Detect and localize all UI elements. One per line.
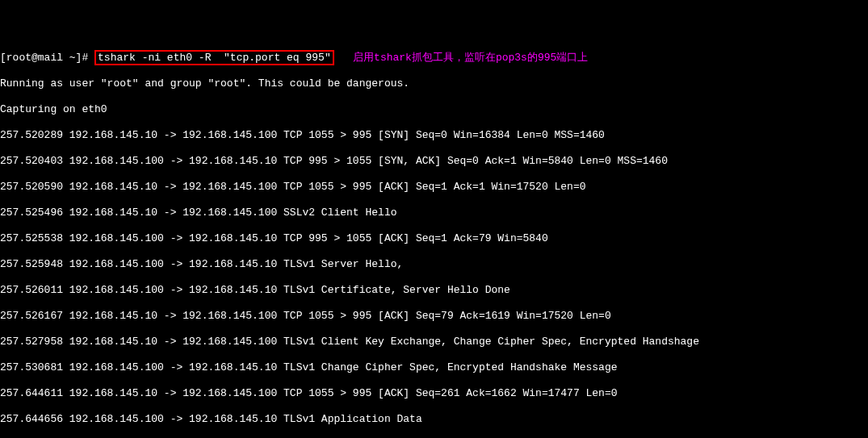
prompt-text: [root@mail ~]# bbox=[0, 52, 94, 64]
output-line: 257.644611 192.168.145.10 -> 192.168.145… bbox=[0, 387, 868, 400]
command-annotation: 启用tshark抓包工具，监听在pop3s的995端口上 bbox=[334, 52, 589, 64]
output-line: 257.520403 192.168.145.100 -> 192.168.14… bbox=[0, 155, 868, 168]
output-line: 257.644656 192.168.145.100 -> 192.168.14… bbox=[0, 413, 868, 426]
prompt-line: [root@mail ~]# tshark -ni eth0 -R "tcp.p… bbox=[0, 52, 868, 65]
output-line: Running as user "root" and group "root".… bbox=[0, 77, 868, 90]
command-highlight: tshark -ni eth0 -R "tcp.port eq 995" bbox=[94, 50, 334, 65]
output-line: 257.527958 192.168.145.10 -> 192.168.145… bbox=[0, 336, 868, 348]
output-line: 257.520590 192.168.145.10 -> 192.168.145… bbox=[0, 181, 868, 194]
output-line: 257.525496 192.168.145.10 -> 192.168.145… bbox=[0, 206, 868, 219]
output-line: Capturing on eth0 bbox=[0, 103, 868, 116]
output-line: 257.530681 192.168.145.100 -> 192.168.14… bbox=[0, 361, 868, 374]
output-line: 257.520289 192.168.145.10 -> 192.168.145… bbox=[0, 129, 868, 142]
output-line: 257.525538 192.168.145.100 -> 192.168.14… bbox=[0, 232, 868, 245]
output-line: 257.526167 192.168.145.10 -> 192.168.145… bbox=[0, 310, 868, 323]
output-line: 257.526011 192.168.145.100 -> 192.168.14… bbox=[0, 284, 868, 297]
output-line: 257.525948 192.168.145.100 -> 192.168.14… bbox=[0, 258, 868, 271]
